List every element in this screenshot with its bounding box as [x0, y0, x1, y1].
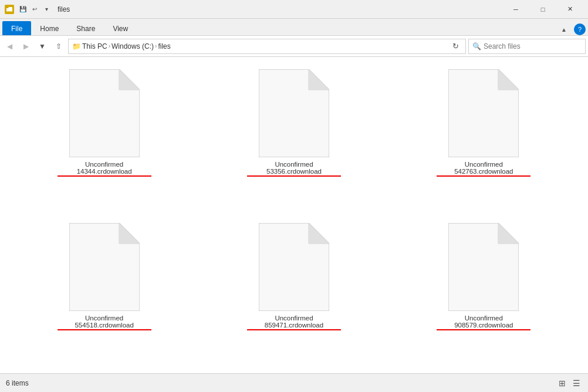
file-item[interactable]: Unconfirmed 542763.crdownload: [389, 62, 579, 215]
file-name: Unconfirmed 14344.crdownload: [58, 161, 151, 177]
svg-marker-2: [119, 69, 140, 90]
quick-access-save[interactable]: 💾: [18, 4, 28, 15]
folder-icon: [5, 5, 14, 14]
address-bar[interactable]: 📁 This PC › Windows (C:) › files ↻: [68, 39, 466, 54]
ribbon-collapse[interactable]: ▲: [556, 24, 572, 35]
main-area: Unconfirmed 14344.crdownload Unconfirmed…: [0, 57, 588, 373]
address-path: 📁 This PC › Windows (C:) › files: [72, 42, 447, 50]
svg-marker-5: [309, 69, 329, 90]
file-name: Unconfirmed 859471.crdownload: [247, 315, 341, 330]
file-grid: Unconfirmed 14344.crdownload Unconfirmed…: [0, 57, 588, 373]
quick-access-undo[interactable]: ↩: [29, 4, 40, 15]
file-name: Unconfirmed 554518.crdownload: [58, 315, 151, 330]
file-item[interactable]: Unconfirmed 554518.crdownload: [9, 215, 199, 369]
path-folder: files: [158, 42, 170, 50]
back-button[interactable]: ◀: [2, 39, 16, 53]
maximize-button[interactable]: □: [529, 0, 556, 19]
ribbon-tabs: File Home Share View ▲ ?: [0, 19, 588, 35]
status-bar: 6 items ⊞ ☰: [0, 373, 588, 392]
file-item[interactable]: Unconfirmed 908579.crdownload: [389, 215, 579, 369]
minimize-button[interactable]: ─: [502, 0, 529, 19]
search-input[interactable]: [484, 42, 582, 50]
list-view-button[interactable]: ☰: [570, 377, 582, 389]
tab-share[interactable]: Share: [67, 21, 104, 35]
file-icon: [259, 69, 329, 157]
file-icon: [69, 69, 140, 157]
search-icon: 🔍: [472, 42, 481, 50]
search-bar[interactable]: 🔍: [468, 39, 586, 54]
path-folder-icon: 📁: [72, 42, 81, 50]
svg-marker-14: [309, 223, 329, 244]
title-text: files: [58, 5, 70, 13]
quick-access-buttons: 💾 ↩ ▾: [18, 4, 52, 15]
window-controls: ─ □ ✕: [502, 0, 583, 19]
ribbon: File Home Share View ▲ ?: [0, 19, 588, 36]
svg-marker-8: [498, 69, 519, 90]
file-item[interactable]: Unconfirmed 14344.crdownload: [9, 62, 199, 215]
title-bar: 💾 ↩ ▾ files ─ □ ✕: [0, 0, 588, 19]
path-drive: Windows (C:): [111, 42, 154, 50]
close-button[interactable]: ✕: [556, 0, 583, 19]
tab-home[interactable]: Home: [31, 21, 67, 35]
grid-view-button[interactable]: ⊞: [556, 377, 568, 389]
file-name: Unconfirmed 53356.crdownload: [247, 161, 341, 177]
help-button[interactable]: ?: [574, 23, 586, 35]
tab-view[interactable]: View: [104, 21, 137, 35]
file-name: Unconfirmed 908579.crdownload: [437, 315, 530, 330]
forward-button[interactable]: ▶: [19, 39, 33, 53]
file-name: Unconfirmed 542763.crdownload: [437, 161, 530, 177]
title-bar-left: 💾 ↩ ▾ files: [5, 4, 70, 15]
file-item[interactable]: Unconfirmed 859471.crdownload: [199, 215, 388, 369]
file-item[interactable]: Unconfirmed 53356.crdownload: [199, 62, 388, 215]
svg-marker-11: [119, 223, 140, 244]
quick-access-menu[interactable]: ▾: [41, 4, 52, 15]
file-icon: [448, 223, 519, 311]
recent-button[interactable]: ▼: [35, 39, 49, 53]
file-icon: [259, 223, 329, 311]
item-count: 6 items: [6, 379, 29, 387]
refresh-button[interactable]: ↻: [449, 40, 462, 53]
nav-bar: ◀ ▶ ▼ ⇧ 📁 This PC › Windows (C:) › files…: [0, 36, 588, 57]
file-icon: [69, 223, 140, 311]
up-button[interactable]: ⇧: [52, 39, 66, 53]
tab-file[interactable]: File: [2, 21, 31, 35]
svg-marker-17: [498, 223, 519, 244]
file-icon: [448, 69, 519, 157]
view-controls: ⊞ ☰: [556, 377, 582, 389]
path-thispc: This PC: [82, 42, 107, 50]
